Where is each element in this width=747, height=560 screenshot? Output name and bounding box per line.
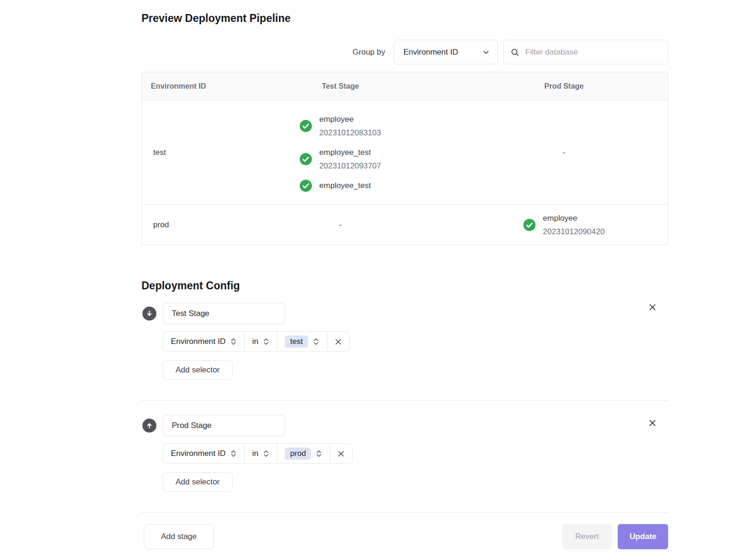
group-by-label: Group by <box>352 48 385 57</box>
filter-database-input[interactable] <box>524 47 661 57</box>
arrow-down-circle-icon <box>142 307 156 321</box>
up-down-chevrons-icon <box>230 337 237 346</box>
test-stage-cell: employee 20231012083103 employee_test 20… <box>221 100 459 204</box>
prod-stage-cell: employee 20231012090420 <box>459 211 669 238</box>
database-version: 20231012083103 <box>319 126 381 140</box>
remove-stage-button[interactable] <box>646 417 659 429</box>
selector-operator-value: in <box>252 449 258 458</box>
close-icon <box>648 303 657 312</box>
section-divider <box>141 512 668 513</box>
remove-selector-button[interactable] <box>330 444 352 463</box>
deployment-config-title: Deployment Config <box>141 279 668 293</box>
column-header-test-stage: Test Stage <box>221 82 459 91</box>
stage-config-prod: Environment ID in prod <box>141 415 668 492</box>
update-button[interactable]: Update <box>618 524 668 549</box>
database-item: employee_test <box>300 179 381 192</box>
remove-stage-button[interactable] <box>646 301 659 314</box>
remove-selector-button[interactable] <box>327 332 349 351</box>
stage-name-input[interactable] <box>163 303 285 324</box>
database-version: 20231012093707 <box>319 159 381 173</box>
selector-value-select[interactable]: test <box>277 332 326 351</box>
selector-key-value: Environment ID <box>171 449 226 458</box>
environment-id-cell: test <box>142 148 221 157</box>
section-divider <box>141 400 668 401</box>
selector-value-select[interactable]: prod <box>277 444 330 463</box>
close-icon <box>337 450 345 458</box>
close-icon <box>334 338 342 346</box>
selector-group: Environment ID in test <box>163 331 350 352</box>
pipeline-table: Environment ID Test Stage Prod Stage tes… <box>141 72 668 245</box>
table-header-row: Environment ID Test Stage Prod Stage <box>142 72 668 100</box>
up-down-chevrons-icon <box>263 337 269 346</box>
database-item: employee 20231012083103 <box>300 112 381 140</box>
selector-key-value: Environment ID <box>171 337 226 346</box>
group-by-select[interactable]: Environment ID <box>394 40 498 64</box>
success-check-icon <box>523 219 536 231</box>
page-title: Preview Deployment Pipeline <box>141 11 668 25</box>
stage-config-test: Environment ID in test <box>141 303 668 380</box>
selector-operator-value: in <box>252 337 258 346</box>
search-icon <box>510 48 520 57</box>
column-header-environment-id: Environment ID <box>142 82 221 91</box>
add-selector-button[interactable]: Add selector <box>163 360 233 380</box>
selector-value-tag: test <box>285 336 308 348</box>
database-name: employee_test <box>319 179 371 192</box>
deployment-pipeline-page: Preview Deployment Pipeline Group by Env… <box>141 0 668 560</box>
up-down-chevrons-icon <box>263 449 269 458</box>
selector-group: Environment ID in prod <box>163 443 352 464</box>
database-item: employee 20231012090420 <box>523 211 605 238</box>
pipeline-toolbar: Group by Environment ID <box>141 40 668 64</box>
up-down-chevrons-icon <box>316 449 322 458</box>
database-name: employee <box>543 211 605 225</box>
config-footer: Add stage Revert Update <box>141 524 668 549</box>
column-header-prod-stage: Prod Stage <box>459 82 669 91</box>
selector-operator-select[interactable]: in <box>244 444 277 463</box>
database-name: employee <box>319 112 381 126</box>
up-down-chevrons-icon <box>230 449 237 458</box>
success-check-icon <box>300 153 312 165</box>
success-check-icon <box>300 120 312 132</box>
selector-key-select[interactable]: Environment ID <box>163 332 244 351</box>
group-by-selected-value: Environment ID <box>403 48 458 57</box>
prod-stage-empty-cell: - <box>459 148 669 157</box>
success-check-icon <box>300 180 312 192</box>
selector-operator-select[interactable]: in <box>244 332 277 351</box>
close-icon <box>648 419 657 427</box>
filter-database-box <box>503 40 668 64</box>
stage-name-input[interactable] <box>163 415 285 436</box>
up-down-chevrons-icon <box>313 337 319 346</box>
database-name: employee_test <box>319 146 381 159</box>
environment-id-cell: prod <box>142 220 221 230</box>
database-item: employee_test 20231012093707 <box>300 146 381 173</box>
test-stage-empty-cell: - <box>221 220 459 230</box>
selector-key-select[interactable]: Environment ID <box>163 444 244 463</box>
arrow-up-circle-icon <box>142 419 156 433</box>
table-row: prod - employee 20231012090420 <box>142 205 668 245</box>
database-list: employee 20231012083103 employee_test 20… <box>300 100 381 204</box>
chevron-down-icon <box>482 49 490 56</box>
revert-button[interactable]: Revert <box>562 524 612 549</box>
add-stage-button[interactable]: Add stage <box>144 524 214 549</box>
database-version: 20231012090420 <box>543 225 605 238</box>
add-selector-button[interactable]: Add selector <box>163 472 233 492</box>
selector-value-tag: prod <box>285 448 311 460</box>
table-row: test employee 20231012083103 <box>142 100 668 205</box>
